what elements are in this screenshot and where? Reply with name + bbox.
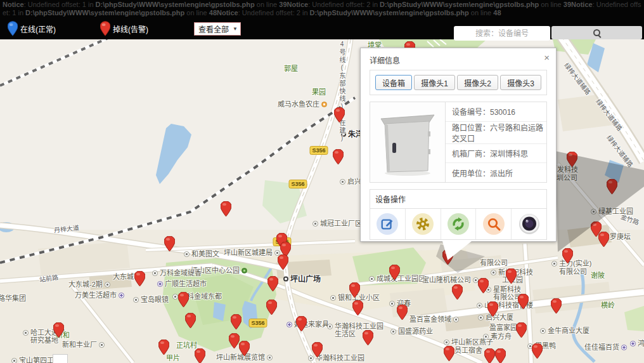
map-label: 盈百富金领域 xyxy=(409,314,459,324)
device-marker[interactable] xyxy=(452,284,463,300)
road-badge-s356: S356 xyxy=(309,146,328,155)
map-label: 有限公司 xyxy=(480,257,508,267)
notice-text: 48 xyxy=(209,9,217,16)
device-marker[interactable] xyxy=(567,152,577,167)
device-marker[interactable] xyxy=(221,201,231,216)
device-marker[interactable] xyxy=(562,248,573,263)
map-label: 圳公司 xyxy=(557,172,577,182)
device-marker[interactable] xyxy=(495,348,506,363)
device-marker[interactable] xyxy=(195,348,205,363)
road-badge-s356: S356 xyxy=(248,319,267,327)
search-area xyxy=(454,26,642,41)
device-marker[interactable] xyxy=(134,271,145,286)
view-filter-select[interactable]: 查看全部 ▼ xyxy=(194,22,241,36)
search-button[interactable] xyxy=(551,26,642,39)
device-marker[interactable] xyxy=(334,107,345,122)
tab-device-box[interactable]: 设备箱 xyxy=(375,75,412,90)
top-bar: Notice: Undefined offset: 1 in D:\phpStu… xyxy=(0,0,644,39)
device-marker[interactable] xyxy=(516,322,527,338)
notice-text: 39 xyxy=(279,1,287,8)
device-marker[interactable] xyxy=(607,179,617,194)
dot-map-icon xyxy=(184,251,190,257)
legend-offline-label: 掉线(告警) xyxy=(113,23,148,34)
device-marker[interactable] xyxy=(158,340,169,355)
device-marker[interactable] xyxy=(363,330,373,345)
refresh-operation-button[interactable] xyxy=(441,209,477,239)
device-marker[interactable] xyxy=(551,298,562,314)
device-marker[interactable] xyxy=(312,342,323,357)
device-marker[interactable] xyxy=(239,341,250,356)
device-marker[interactable] xyxy=(53,322,64,338)
notice-text: on line xyxy=(255,1,280,8)
device-marker[interactable] xyxy=(532,343,543,359)
notice-text: Notice xyxy=(217,9,238,16)
php-notice-bar: Notice: Undefined offset: 1 in D:\phpStu… xyxy=(0,0,644,17)
map-label: 万美生活超市 xyxy=(75,289,124,300)
dot-map-icon xyxy=(551,261,557,267)
device-marker[interactable] xyxy=(478,278,489,293)
device-marker[interactable] xyxy=(178,292,189,307)
dot-map-icon xyxy=(133,297,139,303)
notice-text: 48 xyxy=(493,9,501,16)
settings-operation-button[interactable] xyxy=(406,209,441,239)
info-row: 路口位置：六号路和启运路交叉口 xyxy=(446,122,546,144)
notice-text: Notice xyxy=(571,1,593,8)
camera-operation-button[interactable] xyxy=(512,209,546,239)
device-marker[interactable] xyxy=(487,301,498,317)
view-filter-value: 查看全部 xyxy=(198,23,229,34)
device-marker[interactable] xyxy=(444,346,454,361)
info-row: 使用单位：派出所 xyxy=(446,163,546,182)
tab-camera-2[interactable]: 摄像头2 xyxy=(457,75,498,90)
search-operation-button[interactable] xyxy=(476,209,512,239)
device-marker[interactable] xyxy=(164,236,175,251)
device-marker[interactable] xyxy=(352,300,363,315)
notice-text: : Undefined offset: 1 in xyxy=(24,1,96,8)
operations-row xyxy=(370,209,547,240)
map-label: 谢陂 xyxy=(591,270,605,280)
device-marker[interactable] xyxy=(484,348,495,363)
map-label: 大东城-2期 xyxy=(68,279,110,289)
dot-map-icon xyxy=(172,294,178,300)
device-marker[interactable] xyxy=(518,294,529,309)
device-marker[interactable] xyxy=(278,254,288,270)
device-marker[interactable] xyxy=(229,333,240,348)
device-marker[interactable] xyxy=(333,149,344,164)
device-marker[interactable] xyxy=(267,276,278,291)
dot-map-icon xyxy=(312,221,318,227)
search-input[interactable] xyxy=(454,26,550,41)
notice-text: D:\phpStudy\WWW\system\engine\gpstolbs.p… xyxy=(25,9,184,16)
notice-text: : Undefined offset: 2 in xyxy=(238,9,310,16)
settings-icon xyxy=(412,213,434,235)
map-label: 和美图文 xyxy=(184,248,219,258)
notice-text: D:\phpStudy\WWW\system\engine\gpstolbs.p… xyxy=(380,1,539,8)
dot-map-icon xyxy=(478,315,484,320)
notice-text: Notice xyxy=(3,1,24,8)
dot-map-icon xyxy=(453,317,459,322)
m-map-icon xyxy=(287,322,292,327)
device-marker[interactable] xyxy=(349,282,360,298)
dot-map-icon xyxy=(540,328,546,334)
device-marker[interactable] xyxy=(598,232,609,247)
device-marker[interactable] xyxy=(231,314,242,329)
device-marker[interactable] xyxy=(397,305,408,320)
device-marker[interactable] xyxy=(266,300,277,315)
tab-camera-1[interactable]: 摄像头1 xyxy=(414,75,455,90)
device-marker[interactable] xyxy=(296,316,307,331)
edit-operation-button[interactable] xyxy=(370,209,406,239)
popup-close-button[interactable]: × xyxy=(544,53,550,62)
chevron-down-icon: ▼ xyxy=(233,26,238,32)
device-marker[interactable] xyxy=(185,313,196,328)
notice-text: D:\phpStudy\WWW\system\engine\gpstolbs.p… xyxy=(96,1,255,8)
device-marker[interactable] xyxy=(389,265,400,280)
m-map-icon xyxy=(621,345,627,350)
road-badge-s356: S356 xyxy=(288,180,307,188)
device-marker[interactable] xyxy=(506,268,517,284)
food-map-icon xyxy=(321,102,327,107)
dot-map-icon xyxy=(389,301,395,307)
map-control-box xyxy=(53,354,68,363)
map-label: 果园 xyxy=(312,86,326,96)
search-icon xyxy=(593,29,602,37)
device-photo xyxy=(370,102,446,182)
tab-camera-3[interactable]: 摄像头3 xyxy=(500,75,541,90)
map-canvas[interactable]: 郭屋果园威马水鱼农庄朱洋坑境堂4号线(东部快线)(在建)启兴工业区城冠工业厂区丹… xyxy=(0,39,644,363)
